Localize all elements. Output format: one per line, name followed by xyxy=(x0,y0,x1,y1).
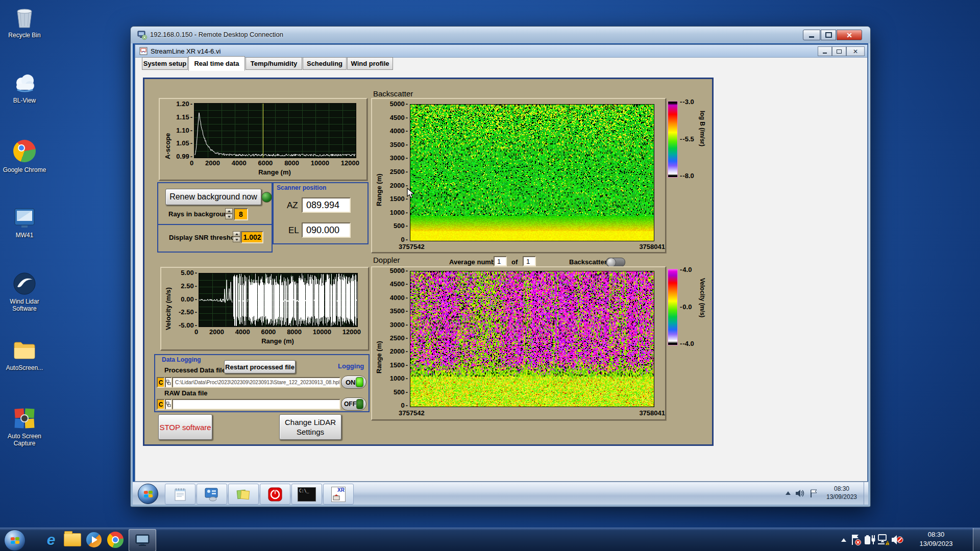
el-label: EL xyxy=(288,226,299,236)
backscatter-colorbar xyxy=(668,101,678,178)
tab-system-setup[interactable]: System setup xyxy=(142,57,188,70)
desktop-icon-autoscreen-folder[interactable]: AutoScreen... xyxy=(1,338,48,371)
tab-wind-profile[interactable]: Wind profile xyxy=(347,57,393,70)
wind-lidar-icon xyxy=(12,271,37,296)
ascope-y-ticks: 1.201.151.101.050.99 xyxy=(171,100,192,160)
backscatter-toggle[interactable] xyxy=(606,258,625,267)
rays-spinner[interactable] xyxy=(225,208,233,220)
processed-logging-on-button[interactable]: ON xyxy=(341,375,366,389)
doppler-colorbar-label: Velocity (m/s) xyxy=(699,278,706,339)
taskbar-media-player-button[interactable] xyxy=(85,531,103,548)
tab-real-time-data[interactable]: Real time data xyxy=(188,56,245,71)
rdp-client-area: StreamLine XR v14-6.vi ✕ System setup Re… xyxy=(133,43,868,505)
windows-logo-icon xyxy=(143,490,152,497)
doppler-colorbar-ticks: 4.00.0-4.0 xyxy=(680,266,694,347)
taskbar-clock[interactable]: 08:30 13/09/2023 xyxy=(908,530,965,548)
desktop-icon-auto-screen-capture[interactable]: Auto Screen Capture xyxy=(1,406,48,447)
clock-time: 08:30 xyxy=(908,530,965,539)
remote-taskbar-sticky-notes-button[interactable] xyxy=(228,484,259,505)
show-desktop-button[interactable] xyxy=(973,528,980,551)
backscatter-colorbar-ticks: -3.0-5.5-8.0 xyxy=(680,98,694,180)
rdp-minimize-button[interactable] xyxy=(803,30,820,40)
remote-taskbar-notepad-button[interactable] xyxy=(165,484,195,505)
processed-drive-letter[interactable]: C xyxy=(157,377,165,388)
desktop-icon-google-chrome[interactable]: Google Chrome xyxy=(1,139,48,173)
tab-scheduling[interactable]: Scheduling xyxy=(303,57,347,70)
processed-browse-icon[interactable] xyxy=(165,377,172,388)
control-panel-icon xyxy=(204,487,219,502)
start-button[interactable] xyxy=(4,530,26,551)
remote-tray-expand-icon[interactable] xyxy=(786,491,791,495)
average-total-field[interactable]: 1 xyxy=(523,256,536,266)
change-lidar-settings-button[interactable]: Change LiDAR Settings xyxy=(279,414,341,440)
labview-close-button[interactable]: ✕ xyxy=(846,46,865,56)
doppler-title: Doppler xyxy=(373,256,400,264)
processed-data-file-path[interactable]: C:\Lidar\Data\Proc\2023\202309\20230913\… xyxy=(172,377,340,388)
remote-taskbar-shutdown-button[interactable] xyxy=(260,484,290,505)
desktop-icon-label: MW41 xyxy=(1,232,48,239)
stop-software-button[interactable]: STOP software xyxy=(158,414,212,440)
raw-drive-letter[interactable]: C xyxy=(157,399,165,410)
snr-spinner[interactable] xyxy=(233,231,240,243)
tray-power-icon[interactable] xyxy=(864,534,876,547)
labview-vi-icon xyxy=(139,47,148,57)
scanner-position-title: Scanner position xyxy=(277,184,326,191)
spinner-down-icon[interactable] xyxy=(225,214,233,219)
tray-volume-muted-icon[interactable] xyxy=(891,534,903,547)
rdp-close-button[interactable]: ✕ xyxy=(837,30,862,40)
tray-network-icon[interactable] xyxy=(877,534,889,548)
rdp-titlebar[interactable]: 192.168.0.150 - Remote Desktop Connectio… xyxy=(131,27,870,43)
raw-browse-icon[interactable] xyxy=(165,399,172,410)
screen-capture-icon xyxy=(12,406,37,431)
remote-taskbar-streamline-xr-button[interactable]: XR xyxy=(323,484,354,505)
taskbar-rdp-active-button[interactable] xyxy=(129,529,156,551)
folder-icon xyxy=(64,533,81,546)
desktop-icon-mw41[interactable]: MW41 xyxy=(1,205,48,239)
backscatter-plot xyxy=(410,104,654,241)
taskbar-internet-explorer-button[interactable]: e xyxy=(42,531,60,548)
desktop-icon-wind-lidar-software[interactable]: Wind Lidar Software xyxy=(1,271,48,312)
ascope-x-axis-label: Range (m) xyxy=(194,168,355,176)
taskbar-chrome-button[interactable] xyxy=(106,531,125,548)
spinner-down-icon[interactable] xyxy=(233,237,240,242)
az-label: AZ xyxy=(287,201,298,211)
doppler-plot xyxy=(410,271,654,407)
raw-data-file-path[interactable] xyxy=(172,399,340,410)
remote-show-desktop-button[interactable] xyxy=(864,482,868,505)
el-value-field[interactable]: 090.000 xyxy=(302,222,351,238)
desktop-icon-bl-view[interactable]: BL-View xyxy=(1,70,48,104)
doppler-y-ticks: 5000450040003500300025002000150010005000 xyxy=(384,267,408,409)
rdp-maximize-button[interactable] xyxy=(821,30,836,40)
ascope-x-ticks: 020004000600080001000012000 xyxy=(190,159,359,167)
tray-action-center-icon[interactable] xyxy=(850,534,862,548)
taskbar-explorer-button[interactable] xyxy=(63,531,82,548)
raw-logging-off-button[interactable]: OFF xyxy=(341,397,366,411)
renew-background-button[interactable]: Renew background now xyxy=(165,189,261,205)
folder-icon xyxy=(12,338,37,362)
labview-restore-button[interactable] xyxy=(832,46,846,56)
remote-start-button[interactable] xyxy=(138,484,158,504)
remote-taskbar-control-panel-button[interactable] xyxy=(197,484,227,505)
tray-expand-icon[interactable] xyxy=(841,538,846,542)
tab-temp-humidity[interactable]: Temp/humidity xyxy=(246,57,302,70)
rays-value-field[interactable]: 8 xyxy=(234,208,248,220)
spinner-up-icon[interactable] xyxy=(225,208,233,214)
background-controls-box: Renew background now Rays in background … xyxy=(157,182,273,225)
desktop-icon-recycle-bin[interactable]: Recycle Bin xyxy=(1,5,48,39)
labview-titlebar[interactable]: StreamLine XR v14-6.vi ✕ xyxy=(135,45,867,58)
close-icon: ✕ xyxy=(846,31,852,39)
sticky-notes-icon xyxy=(236,487,251,502)
restart-processed-file-button[interactable]: Restart processed file xyxy=(224,360,296,373)
remote-taskbar-cmd-button[interactable]: C:\_ xyxy=(291,484,322,505)
rdp-window-title: 192.168.0.150 - Remote Desktop Connectio… xyxy=(150,31,283,38)
remote-tray-clock[interactable]: 08:30 13/09/2023 xyxy=(821,485,862,501)
spinner-up-icon[interactable] xyxy=(233,231,240,237)
labview-minimize-button[interactable] xyxy=(818,46,832,56)
remote-tray-volume-icon[interactable] xyxy=(795,488,805,500)
remote-tray-action-center-icon[interactable] xyxy=(809,488,819,500)
ascope-graph-frame: A-scope 1.201.151.101.050.99 02000400060… xyxy=(159,98,368,181)
snr-value-field[interactable]: 1.002 xyxy=(241,231,263,243)
backscatter-x-ticks: 37575423758041 xyxy=(399,243,665,251)
az-value-field[interactable]: 089.994 xyxy=(302,197,351,213)
average-number-field[interactable]: 1 xyxy=(494,256,507,266)
